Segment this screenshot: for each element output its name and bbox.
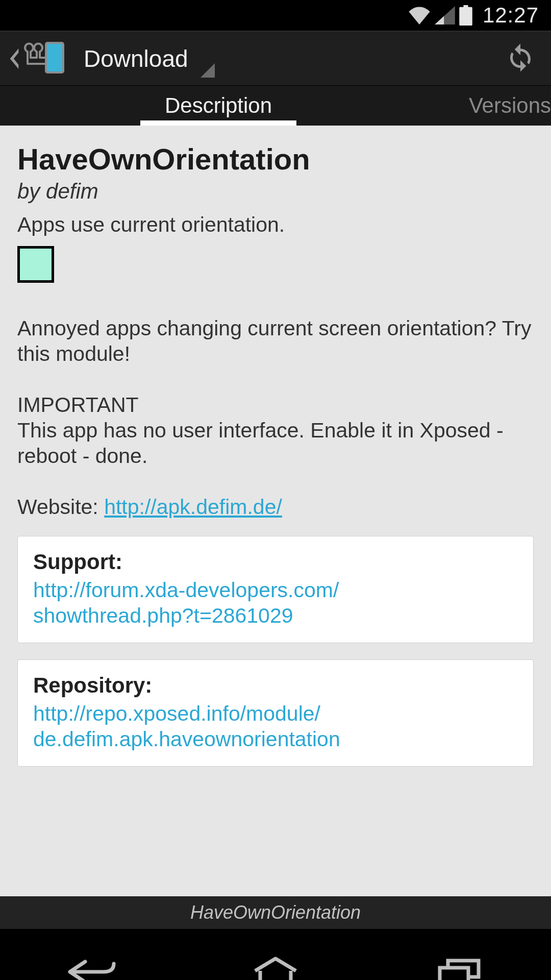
back-button[interactable] (9, 32, 74, 85)
toolbar: Download (0, 31, 551, 86)
module-title: HaveOwnOrientation (17, 142, 534, 176)
website-line: Website: http://apk.defim.de/ (17, 494, 534, 520)
support-card: Support: http://forum.xda-developers.com… (17, 536, 534, 643)
tab-bar: Description Versions (0, 86, 551, 126)
website-link[interactable]: http://apk.defim.de/ (104, 495, 282, 519)
support-link[interactable]: http://forum.xda-developers.com/showthre… (33, 577, 518, 628)
desc-paragraph: Annoyed apps changing current screen ori… (17, 315, 534, 366)
status-time: 12:27 (483, 3, 539, 28)
desc-paragraph: This app has no user interface. Enable i… (17, 418, 534, 469)
repository-label: Repository: (33, 673, 518, 698)
toolbar-title-spinner[interactable]: Download (74, 40, 215, 78)
module-description: Annoyed apps changing current screen ori… (17, 315, 534, 520)
spinner-triangle-icon (201, 63, 215, 78)
module-author: by defim (17, 179, 534, 204)
tab-versions[interactable]: Versions (444, 86, 551, 126)
tab-description[interactable]: Description (140, 86, 296, 126)
content-area[interactable]: HaveOwnOrientation by defim Apps use cur… (0, 126, 551, 896)
nav-recent-button[interactable] (413, 955, 505, 980)
cell-signal-icon (435, 6, 455, 24)
status-bar: 12:27 (0, 0, 551, 31)
nav-back-button[interactable] (46, 957, 138, 980)
module-icon (17, 246, 54, 283)
nav-home-button[interactable] (230, 955, 321, 980)
navigation-bar (0, 929, 551, 980)
footer-module-name: HaveOwnOrientation (0, 896, 551, 929)
xposed-icon (22, 41, 65, 77)
repository-card: Repository: http://repo.xposed.info/modu… (17, 659, 534, 767)
wifi-icon (408, 6, 431, 24)
support-label: Support: (33, 550, 518, 574)
important-label: IMPORTANT (17, 392, 534, 418)
repository-link[interactable]: http://repo.xposed.info/module/de.defim.… (33, 701, 518, 752)
svg-rect-1 (48, 46, 61, 66)
toolbar-title: Download (84, 45, 188, 72)
module-short-desc: Apps use current orientation. (17, 213, 534, 237)
battery-icon (459, 5, 472, 26)
refresh-button[interactable] (499, 42, 542, 75)
